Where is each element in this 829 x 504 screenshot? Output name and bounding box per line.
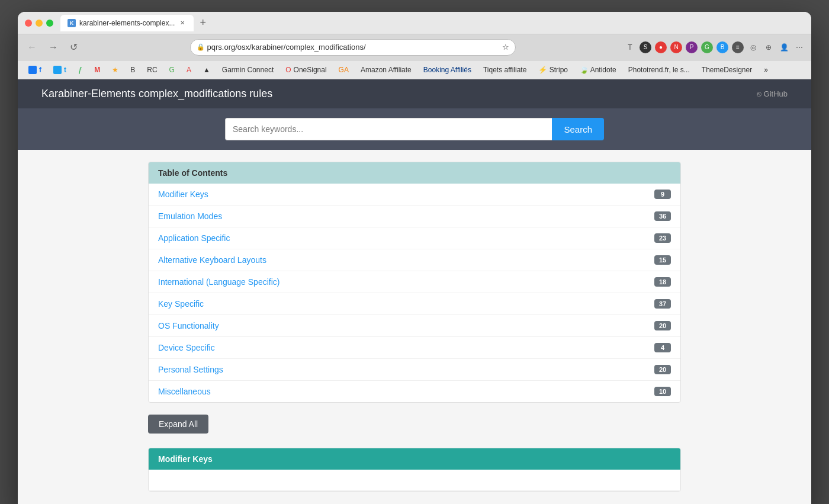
section-row (149, 470, 680, 491)
rc-icon: RC (147, 66, 157, 74)
toolbar-icon-10[interactable]: ⊕ (763, 41, 775, 53)
booking-label: Booking Affiliés (423, 66, 471, 74)
address-input[interactable]: 🔒 pqrs.org/osx/karabiner/complex_modific… (190, 39, 516, 56)
bookmark-feedly[interactable]: ƒ (73, 64, 87, 75)
toolbar-icon-1[interactable]: T (624, 41, 636, 53)
bookmark-themedesigner[interactable]: ThemeDesigner (697, 65, 757, 75)
browser-window: K karabiner-elements-complex... ✕ + ← → … (18, 12, 811, 504)
toolbar-icon-9[interactable]: ◎ (747, 41, 759, 53)
forward-button[interactable]: → (45, 41, 62, 54)
new-tab-button[interactable]: + (196, 15, 210, 30)
bookmark-tiqets[interactable]: Tiqets affiliate (478, 65, 531, 75)
toc-link[interactable]: OS Functionality (158, 321, 219, 330)
toc-link[interactable]: Emulation Modes (158, 211, 222, 221)
toc-item[interactable]: Application Specific 23 (149, 227, 680, 249)
toolbar-icon-4[interactable]: N (670, 41, 682, 53)
close-button[interactable] (25, 20, 32, 27)
gmail-icon: M (94, 66, 100, 74)
bookmark-gmail[interactable]: M (89, 65, 105, 75)
search-button[interactable]: Search (552, 118, 604, 140)
b-icon: B (130, 66, 135, 74)
toolbar-icon-7[interactable]: B (716, 41, 728, 53)
bookmark-amazon[interactable]: Amazon Affiliate (356, 65, 416, 75)
table-of-contents: Table of Contents Modifier Keys 9 Emulat… (148, 162, 681, 403)
toc-link[interactable]: International (Language Specific) (158, 277, 279, 287)
triangle-icon: ▲ (203, 66, 210, 74)
bookmark-onesignal[interactable]: O OneSignal (281, 65, 331, 75)
toc-link[interactable]: Modifier Keys (158, 190, 208, 199)
toolbar-icon-8[interactable]: ≡ (732, 41, 744, 53)
bookmark-booking[interactable]: Booking Affiliés (419, 65, 476, 75)
toc-badge: 20 (654, 365, 671, 374)
toolbar-icon-5[interactable]: P (686, 41, 698, 53)
toc-item[interactable]: Emulation Modes 36 (149, 206, 680, 227)
bookmark-antidote[interactable]: 🍃 Antidote (575, 65, 621, 75)
toc-item[interactable]: Modifier Keys 9 (149, 184, 680, 206)
bookmark-garmin[interactable]: Garmin Connect (217, 65, 278, 75)
toc-item[interactable]: Device Specific 4 (149, 337, 680, 359)
star-icon[interactable]: ☆ (502, 43, 509, 52)
bookmark-triangle[interactable]: ▲ (198, 65, 215, 75)
toc-badge: 15 (654, 255, 671, 265)
bookmark-more[interactable]: » (759, 65, 773, 75)
toc-link[interactable]: Device Specific (158, 343, 215, 352)
toc-badge: 36 (654, 211, 671, 221)
star-bookmark-icon: ★ (112, 66, 118, 74)
g-icon: G (169, 66, 175, 74)
address-text: pqrs.org/osx/karabiner/complex_modificat… (207, 43, 366, 52)
toc-item[interactable]: Alternative Keyboard Layouts 15 (149, 249, 680, 271)
search-input[interactable] (225, 118, 552, 140)
toc-badge: 10 (654, 387, 671, 396)
bookmark-star[interactable]: ★ (107, 65, 123, 75)
minimize-button[interactable] (36, 20, 43, 27)
toc-item[interactable]: Personal Settings 20 (149, 359, 680, 381)
active-tab[interactable]: K karabiner-elements-complex... ✕ (60, 15, 194, 31)
bookmark-phototrend[interactable]: Phototrend.fr, le s... (624, 65, 695, 75)
tiqets-label: Tiqets affiliate (483, 66, 526, 74)
toolbar-icon-2[interactable]: S (640, 41, 651, 53)
maximize-button[interactable] (46, 20, 53, 27)
toc-item[interactable]: International (Language Specific) 18 (149, 271, 680, 293)
toc-header: Table of Contents (149, 162, 680, 184)
search-area: Search (18, 108, 811, 150)
antidote-label: 🍃 Antidote (580, 66, 616, 74)
bookmark-g[interactable]: G (165, 65, 179, 75)
refresh-button[interactable]: ↺ (66, 40, 81, 54)
back-button[interactable]: ← (24, 41, 40, 54)
bookmark-twitter[interactable]: t (49, 65, 71, 75)
expand-all-button[interactable]: Expand All (148, 415, 208, 434)
toolbar-icon-11[interactable]: 👤 (778, 41, 790, 53)
toc-link[interactable]: Personal Settings (158, 365, 223, 374)
toolbar-icon-12[interactable]: ⋯ (793, 41, 805, 53)
github-link[interactable]: ⎋ GitHub (757, 89, 788, 98)
toolbar-icon-6[interactable]: G (701, 41, 713, 53)
toc-link[interactable]: Miscellaneous (158, 387, 211, 396)
expand-all-wrapper: Expand All (148, 415, 681, 434)
toc-link[interactable]: Alternative Keyboard Layouts (158, 255, 266, 265)
tab-close-icon[interactable]: ✕ (178, 19, 187, 27)
toc-item[interactable]: Key Specific 37 (149, 293, 680, 315)
bookmark-stripo[interactable]: ⚡ Stripo (534, 65, 573, 75)
bookmark-a[interactable]: A (182, 65, 196, 75)
tab-title: karabiner-elements-complex... (79, 19, 175, 27)
modifier-keys-section: Modifier Keys (148, 448, 681, 492)
more-icon: » (764, 66, 768, 74)
feedly-icon: ƒ (78, 65, 82, 74)
toc-item[interactable]: Miscellaneous 10 (149, 381, 680, 402)
toc-badge: 18 (654, 277, 671, 287)
garmin-icon: Garmin Connect (222, 66, 274, 74)
bookmark-b[interactable]: B (126, 65, 140, 75)
bookmark-ga[interactable]: GA (334, 65, 354, 75)
toolbar-icons: T S ● N P G B ≡ ◎ ⊕ 👤 ⋯ (624, 41, 805, 53)
toc-link[interactable]: Key Specific (158, 299, 204, 309)
tab-bar: K karabiner-elements-complex... ✕ + (60, 15, 804, 31)
bookmark-facebook[interactable]: f (24, 65, 46, 75)
bookmark-rc[interactable]: RC (142, 65, 162, 75)
search-form: Search (225, 118, 604, 140)
toc-item[interactable]: OS Functionality 20 (149, 315, 680, 337)
phototrend-label: Phototrend.fr, le s... (628, 66, 690, 74)
toc-link[interactable]: Application Specific (158, 233, 230, 243)
app-header: Karabiner-Elements complex_modifications… (18, 79, 811, 108)
toc-badge: 23 (654, 233, 671, 243)
toolbar-icon-3[interactable]: ● (655, 41, 667, 53)
